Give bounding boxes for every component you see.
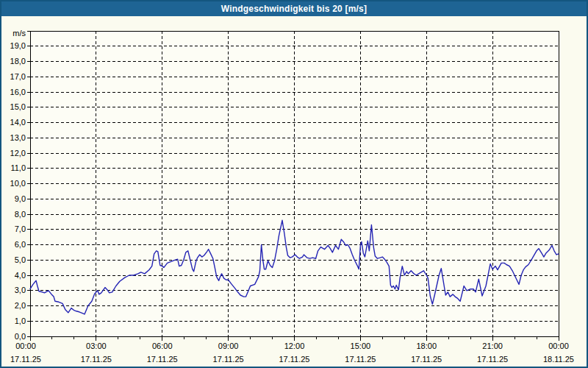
y-tick-label: 8,0 <box>15 210 26 219</box>
y-tick-label: 11,0 <box>10 163 26 172</box>
chart-window: 0,01,02,03,04,05,06,07,08,09,010,011,012… <box>0 0 588 368</box>
chart-title: Windgeschwindigkeit bis 20 [m/s] <box>221 4 367 14</box>
y-tick-label: 5,0 <box>15 255 26 264</box>
x-tick-date-label: 17.11.25 <box>345 355 376 364</box>
y-tick-label: 3,0 <box>15 286 26 294</box>
x-tick-date-label: 17.11.25 <box>279 355 309 364</box>
x-tick-date-label: 17.11.25 <box>81 355 112 364</box>
wind-speed-chart: 0,01,02,03,04,05,06,07,08,09,010,011,012… <box>1 1 587 367</box>
y-tick-label: 4,0 <box>15 271 26 280</box>
y-tick-label: 17,0 <box>10 72 26 81</box>
y-tick-label: 2,0 <box>15 301 26 310</box>
x-tick-time-label: 00:00 <box>548 342 569 350</box>
x-tick-time-label: 09:00 <box>218 342 239 350</box>
y-tick-label: 13,0 <box>10 133 26 142</box>
x-tick-time-label: 03:00 <box>86 342 107 350</box>
y-tick-label: 6,0 <box>15 240 26 249</box>
x-tick-date-label: 17.11.25 <box>147 355 178 364</box>
y-tick-label: 19,0 <box>10 41 26 50</box>
y-tick-label: 14,0 <box>10 118 26 127</box>
x-tick-date-label: 17.11.25 <box>477 355 508 364</box>
x-tick-time-label: 15:00 <box>351 342 371 350</box>
x-tick-time-label: 12:00 <box>284 342 305 350</box>
y-tick-label: 12,0 <box>10 149 26 158</box>
y-tick-label: 10,0 <box>10 179 26 188</box>
x-tick-time-label: 06:00 <box>152 342 173 350</box>
y-tick-label: 18,0 <box>10 57 26 66</box>
y-tick-label: 0,0 <box>15 332 26 341</box>
y-tick-label: 16,0 <box>10 88 26 96</box>
x-tick-time-label: 00:00 <box>15 342 36 350</box>
y-tick-label: 15,0 <box>10 102 26 111</box>
x-tick-date-label: 18.11.25 <box>543 355 574 364</box>
y-axis-unit-label: m/s <box>12 29 26 38</box>
x-tick-date-label: 17.11.25 <box>213 355 244 364</box>
title-bar: Windgeschwindigkeit bis 20 [m/s] <box>1 1 587 16</box>
y-tick-label: 1,0 <box>15 316 26 325</box>
x-tick-date-label: 17.11.25 <box>10 355 41 364</box>
x-tick-time-label: 21:00 <box>482 342 503 350</box>
x-tick-time-label: 18:00 <box>416 342 437 350</box>
x-tick-date-label: 17.11.25 <box>411 355 442 364</box>
y-tick-label: 9,0 <box>15 194 26 203</box>
y-tick-label: 7,0 <box>15 224 26 233</box>
